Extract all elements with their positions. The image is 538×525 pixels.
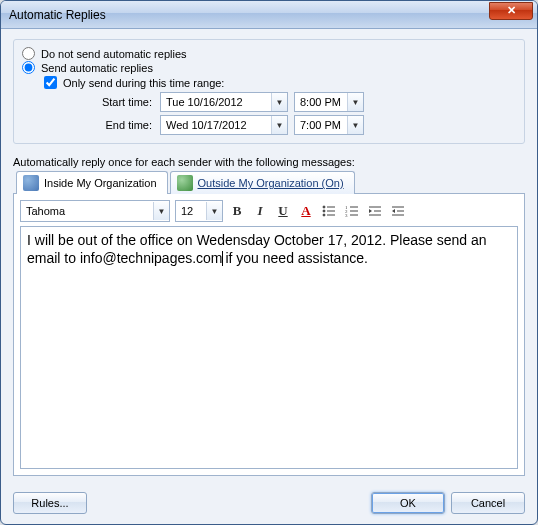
dropdown-icon: ▼ bbox=[271, 93, 287, 111]
font-size-combo[interactable]: 12 ▼ bbox=[175, 200, 223, 222]
message-body-text-after: if you need assistance. bbox=[222, 250, 368, 266]
svg-marker-17 bbox=[392, 209, 395, 213]
row-end-time: End time: Wed 10/17/2012 ▼ 7:00 PM ▼ bbox=[82, 115, 516, 135]
option-send[interactable]: Send automatic replies bbox=[22, 61, 516, 74]
ok-button[interactable]: OK bbox=[371, 492, 445, 514]
titlebar[interactable]: Automatic Replies ✕ bbox=[1, 1, 537, 29]
close-icon: ✕ bbox=[507, 4, 516, 17]
font-color-button[interactable]: A bbox=[297, 202, 315, 220]
end-date-combo[interactable]: Wed 10/17/2012 ▼ bbox=[160, 115, 288, 135]
tabs: Inside My Organization Outside My Organi… bbox=[13, 170, 525, 193]
start-date-combo[interactable]: Tue 10/16/2012 ▼ bbox=[160, 92, 288, 112]
globe-icon bbox=[177, 175, 193, 191]
tab-outside-label: Outside My Organization (On) bbox=[198, 177, 344, 189]
option-dont-send[interactable]: Do not send automatic replies bbox=[22, 47, 516, 60]
dropdown-icon: ▼ bbox=[271, 116, 287, 134]
editor-panel: Tahoma ▼ 12 ▼ B I U A 123 bbox=[13, 193, 525, 476]
message-body[interactable]: I will be out of the office on Wedensday… bbox=[20, 226, 518, 469]
tab-inside-organization[interactable]: Inside My Organization bbox=[16, 171, 168, 194]
section-label: Automatically reply once for each sender… bbox=[13, 156, 525, 168]
dropdown-icon: ▼ bbox=[347, 116, 363, 134]
close-button[interactable]: ✕ bbox=[489, 2, 533, 20]
end-time-value: 7:00 PM bbox=[295, 119, 347, 131]
svg-point-0 bbox=[323, 206, 325, 208]
option-send-label: Send automatic replies bbox=[41, 62, 153, 74]
cancel-button[interactable]: Cancel bbox=[451, 492, 525, 514]
start-time-combo[interactable]: 8:00 PM ▼ bbox=[294, 92, 364, 112]
start-time-value: 8:00 PM bbox=[295, 96, 347, 108]
option-dont-send-label: Do not send automatic replies bbox=[41, 48, 187, 60]
end-date-value: Wed 10/17/2012 bbox=[161, 119, 271, 131]
numbered-list-button[interactable]: 123 bbox=[343, 202, 361, 220]
svg-text:3: 3 bbox=[345, 213, 348, 217]
italic-button[interactable]: I bbox=[251, 202, 269, 220]
dropdown-icon: ▼ bbox=[153, 202, 169, 220]
tab-outside-organization[interactable]: Outside My Organization (On) bbox=[170, 171, 355, 194]
dropdown-icon: ▼ bbox=[347, 93, 363, 111]
start-date-value: Tue 10/16/2012 bbox=[161, 96, 271, 108]
content-area: Do not send automatic replies Send autom… bbox=[1, 29, 537, 484]
option-only-range[interactable]: Only send during this time range: bbox=[44, 76, 516, 89]
underline-button[interactable]: U bbox=[274, 202, 292, 220]
people-icon bbox=[23, 175, 39, 191]
bold-button[interactable]: B bbox=[228, 202, 246, 220]
increase-indent-button[interactable] bbox=[389, 202, 407, 220]
checkbox-only-range[interactable] bbox=[44, 76, 57, 89]
svg-point-4 bbox=[323, 214, 325, 216]
row-start-time: Start time: Tue 10/16/2012 ▼ 8:00 PM ▼ bbox=[82, 92, 516, 112]
dropdown-icon: ▼ bbox=[206, 202, 222, 220]
option-only-range-label: Only send during this time range: bbox=[63, 77, 224, 89]
font-size-value: 12 bbox=[176, 205, 206, 217]
radio-send[interactable] bbox=[22, 61, 35, 74]
tab-inside-label: Inside My Organization bbox=[44, 177, 157, 189]
dialog-footer: Rules... OK Cancel bbox=[1, 484, 537, 524]
font-combo[interactable]: Tahoma ▼ bbox=[20, 200, 170, 222]
options-group: Do not send automatic replies Send autom… bbox=[13, 39, 525, 144]
end-time-combo[interactable]: 7:00 PM ▼ bbox=[294, 115, 364, 135]
editor-toolbar: Tahoma ▼ 12 ▼ B I U A 123 bbox=[20, 200, 518, 222]
decrease-indent-button[interactable] bbox=[366, 202, 384, 220]
window-title: Automatic Replies bbox=[9, 8, 489, 22]
svg-point-2 bbox=[323, 210, 325, 212]
bullet-list-button[interactable] bbox=[320, 202, 338, 220]
svg-marker-13 bbox=[369, 209, 372, 213]
automatic-replies-dialog: Automatic Replies ✕ Do not send automati… bbox=[0, 0, 538, 525]
font-value: Tahoma bbox=[21, 205, 153, 217]
start-time-label: Start time: bbox=[82, 96, 152, 108]
radio-dont-send[interactable] bbox=[22, 47, 35, 60]
rules-button[interactable]: Rules... bbox=[13, 492, 87, 514]
end-time-label: End time: bbox=[82, 119, 152, 131]
